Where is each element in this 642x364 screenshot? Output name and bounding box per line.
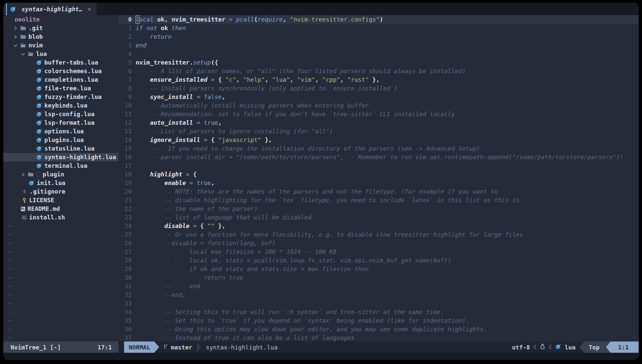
code-line-text: -- Or use a function for more flexibilit… [132,230,523,239]
tree-item-readme-md[interactable]: M↓README.md [3,205,118,213]
tree-item-label: neolite [15,15,40,24]
code-line-32[interactable]: 32 --end, [118,291,639,299]
code-line-37[interactable]: 37 -- Instead of true it can also be a l… [118,334,639,341]
code-line-14[interactable]: 14 ignore_install = { "javascript" }, [118,136,639,144]
lua-icon [36,163,42,169]
code-line-17[interactable]: 17 [118,161,639,170]
tree-item-blob[interactable]: blob [3,32,118,41]
code-line-21[interactable]: 21 -- disable highlighting for the `tex`… [118,196,639,205]
tree-item-label: plugin [43,170,64,179]
code-line-28[interactable]: 28 -- local ok, stats = pcall(vim.loop.f… [118,256,639,265]
code-line-8[interactable]: 8 -- Install parsers synchronously (only… [118,84,639,93]
tree-item-syntax-highlight-lua[interactable]: syntax-highlight.lua [3,153,118,161]
empty-line-tilde: ~ [3,291,118,299]
code-line-5[interactable]: 5nvim_treesitter.setup({ [118,58,639,67]
code-line-36[interactable]: 36 -- Using this option may slow down yo… [118,325,639,334]
line-number: 11 [118,110,132,118]
lua-icon [36,111,42,117]
tree-item-options-lua[interactable]: options.lua [3,127,118,136]
code-line-16[interactable]: 16 -- parser_install_dir = "/some/path/t… [118,153,639,161]
line-number: 18 [118,170,132,179]
code-line-13[interactable]: 13 -- List of parsers to ignore installi… [118,127,639,136]
lua-icon [555,344,561,351]
line-number: 21 [118,196,132,205]
code-line-25[interactable]: 25 -- Or use a function for more flexibi… [118,230,639,239]
tree-item-label: completions.lua [44,75,98,84]
tree-item-colorschemes-lua[interactable]: colorschemes.lua [3,67,118,75]
chevron-right-icon [13,26,20,30]
line-number: 0 [118,15,132,24]
tree-item-nvim[interactable]: nvim [3,41,118,50]
tree-item-plugin[interactable]: plugin [3,170,118,179]
chevron-left-icon [533,344,536,351]
code-line-22[interactable]: 22 -- the name of the parser) [118,205,639,213]
line-number: 8 [118,84,132,93]
code-editor[interactable]: 0local ok, nvim_treesitter = pcall(requi… [118,15,639,341]
tree-item-label: .git [28,24,43,32]
code-line-6[interactable]: 6 -- A list of parser names, or "all" (t… [118,67,639,75]
lua-icon [36,120,42,126]
line-number: 28 [118,256,132,265]
tree-item-install-sh[interactable]: >_install.sh [3,213,118,222]
code-line-0[interactable]: 0local ok, nvim_treesitter = pcall(requi… [118,15,639,24]
code-line-10[interactable]: 10 -- Automatically install missing pars… [118,101,639,110]
tree-item-keybinds-lua[interactable]: keybinds.lua [3,101,118,110]
code-line-18[interactable]: 18 highlight = { [118,170,639,179]
tree-item-buffer-tabs-lua[interactable]: buffer-tabs.lua [3,58,118,67]
code-line-26[interactable]: 26 --disable = function(lang, buf) [118,239,639,248]
tree-item-fuzzy-finder-lua[interactable]: fuzzy-finder.lua [3,93,118,101]
tree-item-completions-lua[interactable]: completions.lua [3,75,118,84]
code-line-4[interactable]: 4 [118,50,639,58]
tree-item-label: README.md [27,205,60,213]
line-number: 33 [118,299,132,308]
tree-item-license[interactable]: LICENSE [3,196,118,205]
code-line-35[interactable]: 35 -- Set this to `true` if you depend o… [118,316,639,325]
folder-icon [20,34,26,39]
code-line-34[interactable]: 34 -- Setting this to true will run `:h … [118,308,639,316]
code-line-15[interactable]: 15 ---- If you need to change the instal… [118,144,639,153]
code-line-11[interactable]: 11 -- Recommendation: set to false if yo… [118,110,639,118]
scroll-position-segment: Top 1:1 [579,341,639,353]
line-number: 12 [118,118,132,127]
code-line-33[interactable]: 33 [118,299,639,308]
code-line-1[interactable]: 1if not ok then [118,24,639,32]
code-line-19[interactable]: 19 enable = true, [118,179,639,187]
code-line-30[interactable]: 30 -- return true [118,273,639,282]
code-line-7[interactable]: 7 ensure_installed = { "c", "help", "lua… [118,75,639,84]
code-line-29[interactable]: 29 -- if ok and stats and stats.size > m… [118,265,639,273]
code-line-3[interactable]: 3end [118,41,639,50]
code-line-23[interactable]: 23 -- list of language that will be disa… [118,213,639,222]
code-line-text: auto_install = true, [132,118,222,127]
tree-item-label: lua [36,50,47,58]
tree-item-statusline-lua[interactable]: statusline.lua [3,144,118,153]
cursor-arrow-separator [606,341,611,353]
code-line-text: ---- If you need to change the installat… [132,144,480,153]
code-line-text: --disable = function(lang, buf) [132,239,276,248]
code-line-31[interactable]: 31 -- end [118,282,639,291]
encoding-label: utf-8 [512,344,530,351]
empty-line-tilde: ~ [3,282,118,291]
tree-item--gitignore[interactable]: .gitignore [3,187,118,196]
line-number: 37 [118,334,132,341]
tree-item-neolite[interactable]: neolite [3,15,118,24]
tree-item-lua[interactable]: lua [3,50,118,58]
tree-item-lsp-format-lua[interactable]: lsp-format.lua [3,118,118,127]
code-line-text: --end, [132,291,186,299]
code-line-2[interactable]: 2 return [118,32,639,41]
code-line-24[interactable]: 24 disable = { "" }, [118,222,639,230]
tree-item-init-lua[interactable]: init.lua [3,179,118,187]
code-line-text: -- parser_install_dir = "/some/path/to/s… [132,153,623,161]
tree-item-file-tree-lua[interactable]: file-tree.lua [3,84,118,93]
code-line-12[interactable]: 12 auto_install = true, [118,118,639,127]
code-line-27[interactable]: 27 -- local max_filesize = 100 * 1024 --… [118,248,639,256]
line-number: 9 [118,93,132,101]
tree-item-lsp-config-lua[interactable]: lsp-config.lua [3,110,118,118]
code-line-20[interactable]: 20 -- NOTE: these are the names of the p… [118,187,639,196]
tree-item-label: syntax-highlight.lua [44,153,116,161]
tree-item--git[interactable]: .git [3,24,118,32]
tab-close-icon[interactable]: × [87,5,91,13]
tab-syntax-highlight[interactable]: syntax-highlight… × [6,3,97,15]
tree-item-terminal-lua[interactable]: terminal.lua [3,161,118,170]
code-line-9[interactable]: 9 sync_install = false, [118,93,639,101]
tree-item-plugins-lua[interactable]: plugins.lua [3,136,118,144]
